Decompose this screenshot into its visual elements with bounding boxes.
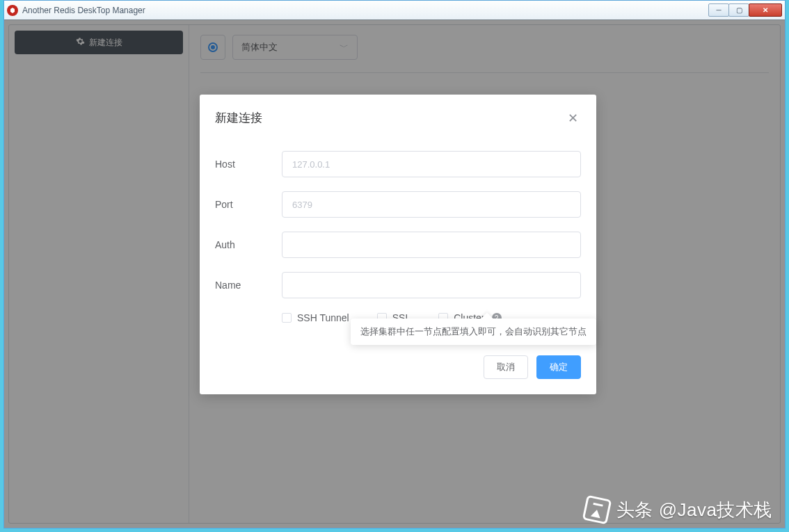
window-controls: ─ ▢ ✕ — [709, 3, 782, 17]
window-title: Another Redis DeskTop Manager — [22, 6, 709, 15]
cluster-tooltip: 选择集群中任一节点配置填入即可，会自动识别其它节点 — [351, 319, 596, 345]
form-row-port: Port — [215, 191, 581, 218]
ok-button[interactable]: 确定 — [536, 355, 581, 379]
tooltip-text: 选择集群中任一节点配置填入即可，会自动识别其它节点 — [360, 326, 587, 337]
watermark: 头条 @Java技术栈 — [584, 497, 772, 522]
host-input[interactable] — [282, 151, 581, 177]
form-row-auth: Auth — [215, 232, 581, 258]
cancel-label: 取消 — [497, 361, 515, 373]
maximize-button[interactable]: ▢ — [728, 3, 749, 17]
cancel-button[interactable]: 取消 — [484, 355, 528, 379]
checkbox-box-icon — [282, 313, 292, 323]
watermark-text: 头条 @Java技术栈 — [616, 498, 772, 522]
watermark-icon — [582, 495, 612, 525]
label-port: Port — [215, 199, 282, 210]
dialog-title: 新建连接 — [215, 110, 262, 126]
dialog-header: 新建连接 ✕ — [215, 110, 581, 126]
form-row-name: Name — [215, 272, 581, 298]
close-button[interactable]: ✕ — [749, 3, 782, 17]
port-input[interactable] — [282, 191, 581, 218]
label-name: Name — [215, 280, 282, 291]
checkbox-ssh-tunnel[interactable]: SSH Tunnel — [282, 312, 349, 323]
titlebar: Another Redis DeskTop Manager ─ ▢ ✕ — [4, 1, 785, 20]
name-input[interactable] — [282, 272, 581, 298]
new-connection-dialog: 新建连接 ✕ Host Port Auth Name SSH Tunnel SS… — [200, 95, 596, 394]
dialog-close-icon[interactable]: ✕ — [565, 111, 581, 126]
ok-label: 确定 — [550, 361, 568, 373]
label-host: Host — [215, 159, 282, 170]
auth-input[interactable] — [282, 232, 581, 258]
form-row-host: Host — [215, 151, 581, 177]
dialog-footer: 取消 确定 — [215, 355, 581, 379]
app-icon — [7, 5, 18, 16]
minimize-button[interactable]: ─ — [708, 3, 729, 17]
checkbox-ssh-label: SSH Tunnel — [297, 312, 349, 323]
label-auth: Auth — [215, 239, 282, 250]
